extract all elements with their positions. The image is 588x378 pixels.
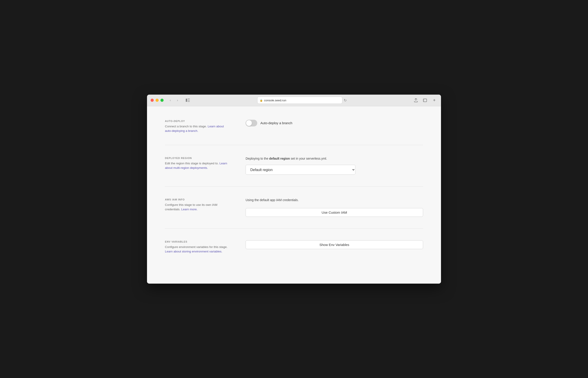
toggle-knob (246, 120, 252, 126)
browser-titlebar: ‹ › 🔒 console.seed.run ↻ (147, 94, 441, 106)
toggle-label-text: Auto-deploy a branch (260, 121, 292, 125)
auto-deploy-section: AUTO-DEPLOY Connect a branch to this sta… (165, 115, 423, 138)
browser-content: AUTO-DEPLOY Connect a branch to this sta… (147, 106, 441, 284)
deployed-region-right: Deploying to the default region set in y… (246, 157, 423, 175)
env-variables-left: ENV VARIABLES Configure environment vari… (165, 240, 228, 254)
region-info-bold: default region (269, 157, 290, 160)
svg-rect-2 (188, 100, 190, 100)
divider-3 (165, 229, 423, 229)
region-info-text: Deploying to the default region set in y… (246, 157, 423, 160)
show-env-variables-button[interactable]: Show Env Variables (246, 240, 423, 249)
browser-actions (412, 97, 429, 103)
refresh-button[interactable]: ↻ (344, 97, 347, 104)
traffic-lights (151, 99, 164, 102)
deployed-region-description: Edit the region this stage is deployed t… (165, 161, 228, 170)
aws-iam-learn-link[interactable]: Learn more. (181, 208, 198, 211)
aws-iam-left: AWS IAM INFO Configure this stage to use… (165, 198, 228, 212)
region-info-prefix: Deploying to the (246, 157, 269, 160)
forward-button[interactable]: › (174, 97, 181, 103)
sidebar-toggle-button[interactable] (184, 97, 191, 103)
env-variables-section: ENV VARIABLES Configure environment vari… (165, 236, 423, 258)
deployed-region-desc-prefix: Edit the region this stage is deployed t… (165, 162, 219, 165)
auto-deploy-label: AUTO-DEPLOY (165, 120, 228, 122)
divider-1 (165, 145, 423, 145)
region-info-suffix: set in your serverless.yml. (290, 157, 327, 160)
svg-rect-3 (188, 101, 190, 102)
back-button[interactable]: ‹ (167, 97, 173, 103)
env-variables-right: Show Env Variables (246, 240, 423, 249)
aws-iam-description: Configure this stage to use its own IAM … (165, 203, 228, 212)
fullscreen-button[interactable] (421, 97, 429, 103)
auto-deploy-toggle[interactable] (246, 120, 257, 126)
deployed-region-label: DEPLOYED REGION (165, 157, 228, 159)
aws-iam-right: Using the default app IAM credentials. U… (246, 198, 423, 217)
env-variables-description: Configure environment variables for this… (165, 245, 228, 254)
address-bar[interactable]: 🔒 console.seed.run (257, 97, 342, 104)
use-custom-iam-button[interactable]: Use Custom IAM (246, 208, 423, 217)
url-text: console.seed.run (264, 99, 286, 102)
browser-window: ‹ › 🔒 console.seed.run ↻ (147, 94, 441, 284)
region-select[interactable]: Default region us-east-1 us-east-2 us-we… (246, 165, 355, 175)
minimize-button[interactable] (156, 99, 159, 102)
deployed-region-left: DEPLOYED REGION Edit the region this sta… (165, 157, 228, 170)
divider-2 (165, 186, 423, 187)
toggle-row: Auto-deploy a branch (246, 120, 423, 126)
svg-rect-1 (188, 99, 190, 99)
address-bar-container: 🔒 console.seed.run ↻ (194, 97, 410, 104)
aws-iam-section: AWS IAM INFO Configure this stage to use… (165, 194, 423, 221)
env-variables-learn-link[interactable]: Learn about storing environment variable… (165, 250, 222, 253)
aws-iam-label: AWS IAM INFO (165, 198, 228, 201)
svg-rect-5 (423, 99, 424, 102)
auto-deploy-left: AUTO-DEPLOY Connect a branch to this sta… (165, 120, 228, 133)
share-button[interactable] (412, 97, 419, 103)
svg-rect-0 (186, 99, 187, 102)
auto-deploy-description: Connect a branch to this stage. Learn ab… (165, 124, 228, 133)
deployed-region-section: DEPLOYED REGION Edit the region this sta… (165, 152, 423, 179)
iam-status-text: Using the default app IAM credentials. (246, 198, 423, 202)
auto-deploy-right: Auto-deploy a branch (246, 120, 423, 126)
close-button[interactable] (151, 99, 154, 102)
nav-buttons: ‹ › (167, 97, 181, 103)
maximize-button[interactable] (160, 99, 164, 102)
lock-icon: 🔒 (260, 99, 263, 102)
env-variables-label: ENV VARIABLES (165, 240, 228, 243)
add-tab-button[interactable]: + (431, 97, 437, 103)
env-variables-desc-prefix: Configure environment variables for this… (165, 245, 227, 249)
auto-deploy-desc-prefix: Connect a branch to this stage. (165, 125, 207, 128)
